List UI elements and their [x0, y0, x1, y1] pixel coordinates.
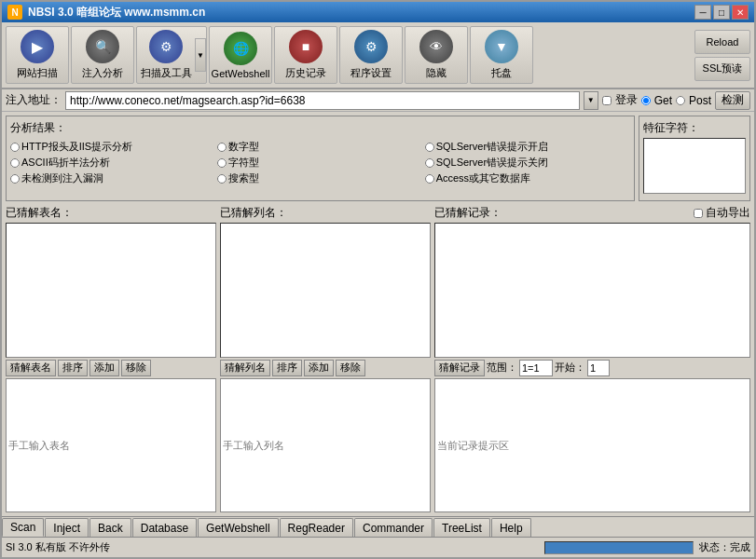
char-title: 特征字符： — [643, 120, 746, 136]
range-input[interactable] — [519, 360, 553, 376]
toolbar-webshell-button[interactable]: 🌐 GetWebshell — [209, 26, 272, 84]
status-bar: SI 3.0 私有版 不许外传 状态：完成 — [2, 537, 754, 557]
remove-column-button[interactable]: 移除 — [336, 360, 365, 376]
char-input[interactable] — [643, 138, 746, 194]
tables-list[interactable] — [6, 223, 216, 358]
tab-regreader[interactable]: RegReader — [280, 518, 353, 537]
webshell-label: GetWebshell — [212, 68, 270, 79]
table-input[interactable] — [6, 378, 216, 513]
history-label: 历史记录 — [285, 66, 326, 80]
dbtype-radio-1[interactable] — [425, 158, 434, 168]
dbtype-option-2-label: Access或其它数据库 — [436, 171, 530, 185]
type-radio-2[interactable] — [217, 174, 227, 184]
auto-export-checkbox[interactable] — [694, 209, 703, 218]
dbtype-option-0-label: SQLServer错误提示开启 — [436, 140, 548, 154]
column-input[interactable] — [220, 378, 431, 513]
tray-label: 托盘 — [491, 66, 512, 80]
tray-icon: ▼ — [485, 30, 518, 63]
window-title: NBSI 3.0 暗组论坛 www.msmm.cn — [28, 5, 205, 20]
minimize-button[interactable]: ─ — [694, 5, 711, 20]
inject-icon: 🔍 — [86, 30, 119, 63]
analysis-option-6: SQLServer错误提示开启 — [425, 140, 630, 154]
analysis-radio-2[interactable] — [10, 174, 20, 184]
toolbar-tools-area: ⚙ 扫描及工具 ▼ — [136, 26, 207, 84]
sort-columns-button[interactable]: 排序 — [272, 360, 302, 376]
sort-tables-button[interactable]: 排序 — [58, 360, 88, 376]
status-state: 状态：完成 — [699, 540, 750, 554]
columns-controls: 猜解列名 排序 添加 移除 — [220, 360, 431, 376]
hide-label: 隐藏 — [426, 66, 447, 80]
current-record-input[interactable] — [434, 378, 750, 513]
address-input[interactable] — [65, 91, 580, 110]
type-radio-0[interactable] — [217, 143, 227, 152]
maximize-button[interactable]: □ — [713, 5, 730, 20]
tables-panel: 已猜解表名： 猜解表名 排序 添加 移除 — [6, 205, 216, 512]
tab-commander[interactable]: Commander — [354, 518, 433, 537]
analysis-option-5: 搜索型 — [217, 171, 422, 185]
records-panel: 已猜解记录： 自动导出 猜解记录 范围： 开始： — [434, 205, 750, 512]
dbtype-radio-2[interactable] — [425, 174, 434, 184]
scan-icon: ▶ — [21, 30, 54, 63]
analysis-option-2-label: 未检测到注入漏洞 — [21, 171, 103, 185]
toolbar-history-button[interactable]: ■ 历史记录 — [274, 26, 337, 84]
analysis-title: 分析结果： — [10, 120, 630, 136]
detect-button[interactable]: 检测 — [715, 91, 750, 110]
remove-table-button[interactable]: 移除 — [121, 360, 151, 376]
dbtype-option-1-label: SQLServer错误提示关闭 — [436, 156, 548, 170]
start-input[interactable] — [587, 360, 610, 376]
start-label: 开始： — [555, 361, 585, 375]
post-radio[interactable] — [676, 96, 685, 105]
tab-inject[interactable]: Inject — [45, 518, 89, 537]
tables-panel-label: 已猜解表名： — [6, 205, 216, 221]
tab-back[interactable]: Back — [89, 518, 131, 537]
reload-button[interactable]: Reload — [694, 30, 750, 54]
toolbar-tools-button[interactable]: ⚙ 扫描及工具 — [137, 27, 195, 83]
status-text: SI 3.0 私有版 不许外传 — [6, 540, 539, 554]
history-icon: ■ — [289, 30, 323, 63]
columns-list[interactable] — [220, 223, 431, 358]
analysis-radio-0[interactable] — [10, 143, 20, 152]
analysis-option-2: 未检测到注入漏洞 — [10, 171, 215, 185]
status-progress-fill — [545, 542, 693, 553]
tools-dropdown-button[interactable]: ▼ — [195, 38, 206, 72]
toolbar: ▶ 网站扫描 🔍 注入分析 ⚙ 扫描及工具 ▼ 🌐 GetWebshell ■ — [2, 22, 754, 89]
tab-help[interactable]: Help — [491, 518, 531, 537]
columns-panel-label: 已猜解列名： — [220, 205, 431, 221]
get-radio[interactable] — [641, 96, 651, 105]
records-list[interactable] — [434, 223, 750, 358]
range-label: 范围： — [487, 361, 517, 375]
title-bar: N NBSI 3.0 暗组论坛 www.msmm.cn ─ □ ✕ — [2, 2, 754, 22]
tab-bar: Scan Inject Back Database GetWebshell Re… — [2, 516, 754, 537]
tab-getwebshell[interactable]: GetWebshell — [198, 518, 278, 537]
tab-database[interactable]: Database — [132, 518, 197, 537]
toolbar-hide-button[interactable]: 👁 隐藏 — [405, 26, 468, 84]
close-button[interactable]: ✕ — [732, 5, 749, 20]
main-content: 分析结果： HTTP报头及IIS提示分析 ASCII码折半法分析 — [2, 112, 754, 516]
analysis-option-1-label: ASCII码折半法分析 — [21, 156, 110, 170]
analysis-option-1: ASCII码折半法分析 — [10, 156, 215, 170]
tools-icon: ⚙ — [149, 30, 183, 63]
toolbar-tray-button[interactable]: ▼ 托盘 — [470, 26, 533, 84]
add-table-button[interactable]: 添加 — [89, 360, 119, 376]
ssl-button[interactable]: SSL预读 — [694, 57, 750, 81]
tab-scan[interactable]: Scan — [2, 518, 44, 537]
tools-label: 扫描及工具 — [141, 66, 192, 80]
toolbar-inject-button[interactable]: 🔍 注入分析 — [71, 26, 134, 84]
analysis-radio-1[interactable] — [10, 158, 20, 168]
login-checkbox[interactable] — [602, 96, 612, 105]
analysis-option-0-label: HTTP报头及IIS提示分析 — [21, 140, 132, 154]
address-dropdown-button[interactable]: ▼ — [584, 91, 598, 110]
guess-records-button[interactable]: 猜解记录 — [434, 360, 485, 376]
tab-treelist[interactable]: TreeList — [433, 518, 490, 537]
type-radio-1[interactable] — [217, 158, 227, 168]
toolbar-settings-button[interactable]: ⚙ 程序设置 — [339, 26, 403, 84]
guess-columns-button[interactable]: 猜解列名 — [220, 360, 270, 376]
add-column-button[interactable]: 添加 — [304, 360, 334, 376]
webshell-icon: 🌐 — [224, 32, 257, 65]
analysis-option-7: SQLServer错误提示关闭 — [425, 156, 630, 170]
guess-tables-button[interactable]: 猜解表名 — [6, 360, 56, 376]
toolbar-scan-button[interactable]: ▶ 网站扫描 — [6, 26, 69, 84]
tables-controls: 猜解表名 排序 添加 移除 — [6, 360, 216, 376]
analysis-option-0: HTTP报头及IIS提示分析 — [10, 140, 215, 154]
dbtype-radio-0[interactable] — [425, 143, 434, 152]
